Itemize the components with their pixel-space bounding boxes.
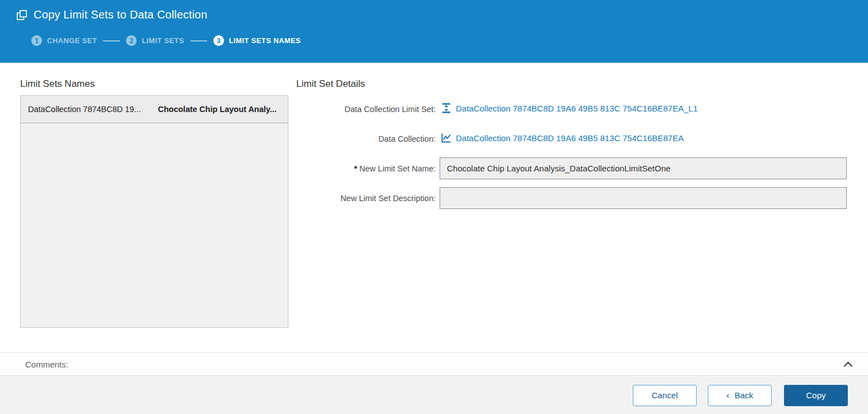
page-title: Copy Limit Sets to Data Collection	[34, 8, 207, 21]
new-limit-set-description-input[interactable]	[440, 187, 847, 209]
new-limit-set-name-input[interactable]	[440, 157, 847, 179]
new-name-label: New Limit Set Name:	[360, 164, 436, 173]
limit-set-icon	[441, 103, 451, 113]
step-1-label: CHANGE SET	[47, 36, 97, 45]
comments-bar: Comments:	[0, 352, 868, 376]
data-collection-link[interactable]: DataCollection 7874BC8D 19A6 49B5 813C 7…	[456, 133, 684, 143]
step-2-number: 2	[126, 35, 137, 46]
left-panel-title: Limit Sets Names	[20, 78, 95, 90]
copy-button-label: Copy	[806, 390, 825, 400]
limit-set-label: Data Collection Limit Set:	[280, 105, 436, 114]
limit-sets-names-list[interactable]: DataCollection 7874BC8D 19... Chocolate …	[20, 95, 288, 328]
new-name-label-row: *New Limit Set Name:	[280, 164, 436, 173]
copy-limit-sets-dialog: Copy Limit Sets to Data Collection 1 CHA…	[0, 0, 868, 414]
step-limit-sets-names[interactable]: 3 LIMIT SETS NAMES	[213, 35, 301, 46]
new-description-label: New Limit Set Description:	[280, 194, 436, 203]
required-indicator: *	[354, 164, 357, 173]
dialog-header: Copy Limit Sets to Data Collection 1 CHA…	[0, 0, 868, 63]
step-3-label: LIMIT SETS NAMES	[229, 36, 301, 45]
back-button-label: Back	[735, 390, 753, 400]
wizard-steps: 1 CHANGE SET 2 LIMIT SETS 3 LIMIT SETS N…	[31, 35, 868, 46]
cancel-button[interactable]: Cancel	[633, 385, 697, 406]
chevron-up-icon[interactable]	[841, 359, 855, 370]
collection-value-row: DataCollection 7874BC8D 19A6 49B5 813C 7…	[441, 133, 684, 143]
limit-set-link[interactable]: DataCollection 7874BC8D 19A6 49B5 813C 7…	[456, 104, 698, 113]
data-collection-icon	[441, 133, 451, 143]
step-2-label: LIMIT SETS	[142, 36, 184, 45]
step-1-number: 1	[31, 35, 42, 46]
list-item[interactable]: DataCollection 7874BC8D 19... Chocolate …	[21, 96, 288, 123]
step-change-set[interactable]: 1 CHANGE SET	[31, 35, 97, 46]
list-item-source: DataCollection 7874BC8D 19...	[28, 105, 158, 114]
step-connector	[190, 40, 207, 41]
back-chevron-icon: ‹	[726, 390, 730, 400]
copy-icon	[16, 10, 27, 21]
collection-label: Data Collection:	[280, 134, 436, 143]
list-item-target: Chocolate Chip Layout Analy...	[158, 105, 277, 114]
title-row: Copy Limit Sets to Data Collection	[0, 0, 868, 21]
step-limit-sets[interactable]: 2 LIMIT SETS	[126, 35, 184, 46]
comments-label: Comments:	[25, 360, 68, 369]
limit-set-value-row: DataCollection 7874BC8D 19A6 49B5 813C 7…	[441, 103, 698, 113]
step-3-number: 3	[213, 35, 224, 46]
footer-actions: Cancel ‹ Back Copy	[0, 376, 868, 414]
copy-button[interactable]: Copy	[784, 385, 848, 406]
back-button[interactable]: ‹ Back	[708, 385, 772, 406]
details-title: Limit Set Details	[296, 78, 365, 90]
cancel-button-label: Cancel	[652, 390, 678, 400]
step-connector	[103, 40, 120, 41]
